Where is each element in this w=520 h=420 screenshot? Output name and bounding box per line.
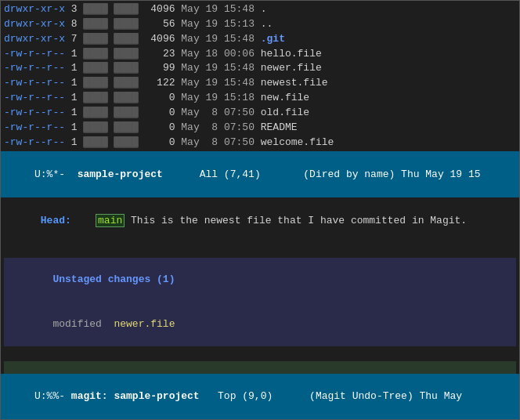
file-perms: -rw-r--r-- [4, 62, 65, 74]
file-name: . [261, 3, 267, 15]
staged-heading: Staged changes (1) [4, 361, 516, 373]
blank-1 [4, 243, 516, 258]
head-branch: main [96, 214, 125, 227]
file-entry-0: drwxr-xr-x 3 ████ ████ 4096 May 19 15:48… [4, 2, 516, 17]
file-entry-3: -rw-r--r-- 1 ████ ████ 23 May 18 00:06 h… [4, 47, 516, 62]
status-mode: U:%*- [28, 168, 77, 180]
file-entry-7: -rw-r--r-- 1 ████ ████ 0 May 8 07:50 old… [4, 106, 516, 121]
unstaged-heading: Unstaged changes (1) [4, 258, 516, 302]
file-perms: -rw-r--r-- [4, 107, 65, 118]
unstaged-filename: newer.file [114, 318, 175, 330]
file-perms: -rw-r--r-- [4, 136, 65, 148]
file-name: hello.file [261, 48, 322, 60]
unstaged-section: Unstaged changes (1) modified newer.file [4, 258, 516, 346]
unstaged-file-line: modified newer.file [4, 302, 516, 347]
head-message: This is the newest file that I have comm… [125, 215, 467, 226]
status-buffer: sample-project [78, 168, 163, 180]
file-perms: drwxr-xr-x [4, 18, 65, 30]
dired-pane: drwxr-xr-x 3 ████ ████ 4096 May 19 15:48… [1, 1, 519, 151]
unstaged-status: modified [52, 318, 114, 330]
file-name: new.file [261, 92, 309, 103]
file-name: newest.file [261, 77, 328, 89]
unstaged-label: Unstaged changes (1) [52, 273, 175, 285]
file-perms: drwxr-xr-x [4, 3, 65, 15]
file-name: newer.file [261, 62, 322, 74]
status-position: All (7,41) (Dired by name) Thu May 19 15 [163, 168, 481, 180]
file-entry-2: drwxr-xr-x 7 ████ ████ 4096 May 19 15:48… [4, 32, 516, 47]
terminal-window: drwxr-xr-x 3 ████ ████ 4096 May 19 15:48… [0, 0, 520, 420]
file-name: .git [261, 33, 285, 45]
file-perms: -rw-r--r-- [4, 121, 65, 133]
bottom-position: Top (9,0) (Magit Undo-Tree) Thu May [200, 390, 462, 402]
magit-pane: Head: main This is the newest file that … [1, 197, 519, 374]
file-entry-4: -rw-r--r-- 1 ████ ████ 99 May 19 15:48 n… [4, 61, 516, 76]
staged-section: Staged changes (1) modified newest.file [4, 361, 516, 373]
head-line: Head: main This is the newest file that … [4, 199, 516, 244]
file-name: welcome.file [261, 136, 334, 148]
file-entry-5: -rw-r--r-- 1 ████ ████ 122 May 19 15:48 … [4, 76, 516, 91]
file-entry-6: -rw-r--r-- 1 ████ ████ 0 May 19 15:18 ne… [4, 91, 516, 106]
bottom-buffer: magit: sample-project [71, 390, 200, 402]
file-perms: drwxr-xr-x [4, 33, 65, 45]
file-perms: -rw-r--r-- [4, 92, 65, 103]
file-entry-9: -rw-r--r-- 1 ████ ████ 0 May 8 07:50 wel… [4, 136, 516, 150]
file-name: .. [261, 18, 273, 30]
status-bar-bottom: U:%%- magit: sample-project Top (9,0) (M… [1, 374, 519, 420]
file-name: old.file [261, 107, 309, 118]
file-name: README [261, 121, 298, 133]
file-entry-1: drwxr-xr-x 8 ████ ████ 56 May 19 15:13 .… [4, 17, 516, 32]
file-list: drwxr-xr-x 3 ████ ████ 4096 May 19 15:48… [4, 2, 516, 150]
file-perms: -rw-r--r-- [4, 77, 65, 89]
file-entry-8: -rw-r--r-- 1 ████ ████ 0 May 8 07:50 REA… [4, 121, 516, 136]
blank-2 [4, 346, 516, 361]
status-bar-top: U:%*- sample-project All (7,41) (Dired b… [1, 151, 519, 197]
head-label: Head: [41, 215, 96, 226]
bottom-mode: U:%%- [28, 390, 71, 402]
file-perms: -rw-r--r-- [4, 48, 65, 60]
